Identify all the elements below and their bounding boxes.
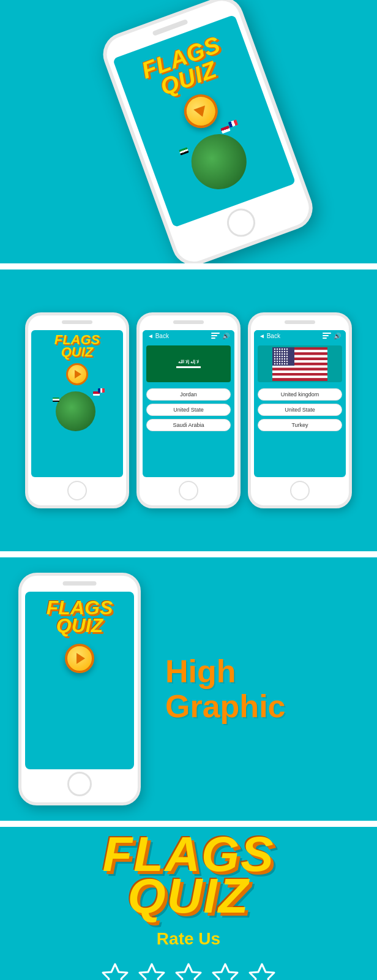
svg-point-36 — [284, 355, 285, 356]
section2-phones: FLAGS QUIZ ◄ Back — [0, 270, 377, 551]
answer-btn-uk[interactable]: United kingdom — [258, 388, 342, 401]
star-5[interactable] — [247, 961, 277, 980]
stars-row — [100, 961, 277, 980]
svg-marker-58 — [176, 964, 201, 980]
svg-point-22 — [279, 350, 280, 352]
quiz-header-3: ◄ Back 🔊 — [254, 330, 346, 342]
svg-point-14 — [274, 348, 275, 349]
svg-rect-13 — [272, 347, 294, 366]
flag-usa-mini — [220, 126, 230, 134]
divider-1 — [0, 263, 377, 270]
svg-point-39 — [277, 358, 278, 359]
play-btn-med[interactable] — [65, 644, 94, 673]
phone-small-3: ◄ Back 🔊 — [248, 312, 352, 508]
star-4-svg — [210, 961, 241, 980]
answer-btn-saudi[interactable]: Saudi Arabia — [146, 419, 231, 431]
app-title-hero: FLAGS QUIZ — [102, 834, 274, 917]
svg-rect-11 — [272, 375, 327, 378]
back-button-3[interactable]: ◄ Back — [259, 333, 280, 339]
app-title-large: FLAGS QUIZ — [139, 33, 231, 103]
globe-circle-large — [184, 126, 254, 197]
star-1[interactable] — [100, 961, 130, 980]
globe-small-1 — [50, 388, 105, 431]
svg-point-47 — [282, 360, 283, 361]
svg-point-31 — [286, 353, 288, 354]
svg-point-30 — [284, 353, 285, 354]
phone-large: FLAGS QUIZ — [97, 0, 318, 263]
svg-point-52 — [279, 363, 280, 364]
svg-point-15 — [277, 348, 278, 349]
svg-marker-56 — [103, 964, 127, 980]
svg-point-45 — [277, 360, 278, 361]
star-3[interactable] — [173, 961, 204, 980]
svg-point-53 — [282, 363, 283, 364]
phone-small-1: FLAGS QUIZ — [25, 312, 129, 508]
app-title-s1: FLAGS QUIZ — [54, 334, 100, 358]
flag-france-s1 — [98, 388, 105, 393]
answer-buttons-2: Jordan United State Saudi Arabia — [143, 388, 234, 431]
answer-btn-turkey[interactable]: Turkey — [258, 419, 342, 431]
section4-rating: FLAGS QUIZ Rate Us — [0, 827, 377, 980]
speaker-icon: 🔊 — [222, 333, 230, 339]
svg-point-38 — [274, 358, 275, 359]
phone-medium: FLAGS QUIZ — [18, 573, 141, 805]
quiz-icons-3: 🔊 — [323, 333, 341, 339]
screen-small-2: ◄ Back 🔊 لا إله إلا الله Jordan — [143, 330, 234, 477]
star-3-svg — [173, 961, 204, 980]
svg-point-37 — [286, 355, 288, 356]
flag-display-usa — [258, 345, 342, 382]
svg-point-23 — [282, 350, 283, 352]
svg-point-33 — [277, 355, 278, 356]
svg-point-21 — [277, 350, 278, 352]
answer-btn-us[interactable]: United State — [146, 404, 231, 416]
answer-btn-us3[interactable]: United State — [258, 404, 342, 416]
screen-small-3: ◄ Back 🔊 — [254, 330, 346, 477]
svg-point-19 — [286, 348, 288, 349]
svg-rect-10 — [272, 373, 327, 375]
speaker-icon-3: 🔊 — [334, 333, 341, 339]
signal-icon-3 — [323, 333, 331, 339]
star-1-svg — [100, 961, 130, 980]
back-button-2[interactable]: ◄ Back — [147, 333, 169, 339]
flag-palestine-mini — [179, 148, 188, 156]
quiz-icons-2: 🔊 — [211, 333, 230, 339]
rate-us-label: Rate Us — [157, 929, 220, 949]
section3-feature: FLAGS QUIZ High Graphic — [0, 557, 377, 821]
answer-btn-jordan[interactable]: Jordan — [146, 388, 231, 401]
signal-icon — [211, 333, 220, 339]
star-4[interactable] — [210, 961, 241, 980]
feature-text-block: High Graphic — [165, 654, 286, 724]
svg-point-50 — [274, 363, 275, 364]
svg-point-18 — [284, 348, 285, 349]
svg-point-26 — [274, 353, 275, 354]
svg-point-25 — [286, 350, 288, 352]
svg-rect-8 — [272, 368, 327, 370]
svg-point-29 — [282, 353, 283, 354]
svg-point-27 — [277, 353, 278, 354]
svg-rect-12 — [272, 378, 327, 381]
high-label: High — [165, 654, 236, 689]
saudi-flag: لا إله إلا الله — [146, 345, 231, 382]
svg-rect-9 — [272, 370, 327, 372]
star-2-svg — [136, 961, 167, 980]
svg-point-46 — [279, 360, 280, 361]
screen-small-1: FLAGS QUIZ — [31, 330, 123, 477]
flag-display-saudi: لا إله إلا الله — [146, 345, 231, 382]
app-title-med: FLAGS QUIZ — [47, 599, 113, 635]
play-arrow-down-icon — [193, 105, 208, 119]
star-2[interactable] — [136, 961, 167, 980]
answer-buttons-3: United kingdom United State Turkey — [254, 388, 346, 431]
svg-point-34 — [279, 355, 280, 356]
svg-point-17 — [282, 348, 283, 349]
divider-2 — [0, 551, 377, 557]
svg-point-54 — [284, 363, 285, 364]
svg-point-16 — [279, 348, 280, 349]
svg-rect-7 — [272, 365, 327, 368]
phone-small-2: ◄ Back 🔊 لا إله إلا الله Jordan — [136, 312, 241, 508]
play-btn-s1[interactable] — [66, 363, 88, 385]
graphic-label: Graphic — [165, 689, 286, 724]
play-arrow-sm-icon — [75, 370, 81, 379]
svg-point-42 — [284, 358, 285, 359]
svg-point-32 — [274, 355, 275, 356]
svg-marker-59 — [213, 964, 237, 980]
